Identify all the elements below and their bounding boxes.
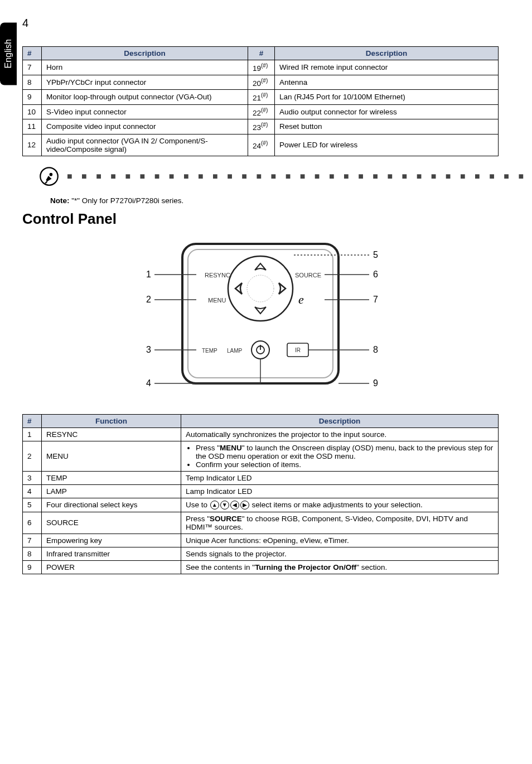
cell: 9 xyxy=(23,90,42,105)
cell: 19(#) xyxy=(248,60,275,75)
col-header-num: # xyxy=(23,414,42,427)
control-panel-diagram: RESYNC SOURCE MENU e TEMP LAMP IR 1 2 3 … xyxy=(22,236,499,403)
cell: 11 xyxy=(23,119,42,134)
cell: 9 xyxy=(23,560,42,574)
cell: 20(#) xyxy=(248,75,275,90)
table-row: 5 Four directional select keys Use to ▲▼… xyxy=(23,498,499,512)
svg-text:SOURCE: SOURCE xyxy=(295,272,321,278)
cell: Monitor loop-through output connector (V… xyxy=(42,90,248,105)
cell: 2 xyxy=(23,441,42,471)
svg-text:LAMP: LAMP xyxy=(227,348,243,354)
language-tab: English xyxy=(0,22,17,85)
table-row: 1 RESYNC Automatically synchronizes the … xyxy=(23,427,499,441)
connector-table: # Description # Description 7 Horn 19(#)… xyxy=(22,46,499,156)
cell: Four directional select keys xyxy=(42,498,181,512)
col-header-description: Description xyxy=(181,414,499,427)
cell: Antenna xyxy=(275,75,499,90)
cell: 3 xyxy=(23,471,42,484)
cell: 7 xyxy=(23,60,42,75)
cell: YPbPr/YCbCr input connector xyxy=(42,75,248,90)
col-header-num1: # xyxy=(23,47,42,60)
page-header: 4 xyxy=(22,17,499,30)
cell: 10 xyxy=(23,104,42,119)
cell: Temp Indicator LED xyxy=(181,471,499,484)
cell: Automatically synchronizes the projector… xyxy=(181,427,499,441)
cell: POWER xyxy=(42,560,181,574)
cell: Lamp Indicator LED xyxy=(181,484,499,498)
cell: Horn xyxy=(42,60,248,75)
table-row: 11 Composite video input connector 23(#)… xyxy=(23,119,499,134)
table-row: 10 S-Video input connector 22(#) Audio o… xyxy=(23,104,499,119)
cell: Press "SOURCE" to choose RGB, Component,… xyxy=(181,512,499,534)
cell: Composite video input connector xyxy=(42,119,248,134)
cell: 6 xyxy=(23,512,42,534)
arrow-left-icon: ◀ xyxy=(230,501,239,510)
cell: Audio input connector (VGA IN 2/ Compone… xyxy=(42,134,248,156)
note-text: Note: "*" Only for P7270i/P7280i series. xyxy=(50,196,499,205)
arrow-right-icon: ▶ xyxy=(240,501,249,510)
cell: Wired IR remote input connector xyxy=(275,60,499,75)
table-row: 12 Audio input connector (VGA IN 2/ Comp… xyxy=(23,134,499,156)
cell: TEMP xyxy=(42,471,181,484)
cell: 8 xyxy=(23,75,42,90)
cell: Power LED for wireless xyxy=(275,134,499,156)
cell: Audio output connector for wireless xyxy=(275,104,499,119)
cell: LAMP xyxy=(42,484,181,498)
cell: SOURCE xyxy=(42,512,181,534)
svg-text:1: 1 xyxy=(146,270,151,279)
svg-text:5: 5 xyxy=(373,250,378,260)
table-row: 8 YPbPr/YCbCr input connector 20(#) Ante… xyxy=(23,75,499,90)
svg-text:7: 7 xyxy=(373,295,378,304)
cell: Infrared transmitter xyxy=(42,547,181,560)
svg-text:IR: IR xyxy=(295,347,301,353)
table-row: 7 Horn 19(#) Wired IR remote input conne… xyxy=(23,60,499,75)
pin-icon xyxy=(39,166,59,186)
cell: Lan (RJ45 Port for 10/100M Ethernet) xyxy=(275,90,499,105)
arrow-up-icon: ▲ xyxy=(210,501,219,510)
svg-text:e: e xyxy=(298,292,304,306)
note-dots: ■ ■ ■ ■ ■ ■ ■ ■ ■ ■ ■ ■ ■ ■ ■ ■ ■ ■ ■ ■ … xyxy=(67,171,532,181)
cell: 23(#) xyxy=(248,119,275,134)
cell: 4 xyxy=(23,484,42,498)
function-table: # Function Description 1 RESYNC Automati… xyxy=(22,414,499,574)
arrow-down-icon: ▼ xyxy=(220,501,229,510)
page-number: 4 xyxy=(22,17,28,30)
cell: 8 xyxy=(23,547,42,560)
cell: RESYNC xyxy=(42,427,181,441)
svg-text:TEMP: TEMP xyxy=(202,348,217,354)
table-row: 3 TEMP Temp Indicator LED xyxy=(23,471,499,484)
svg-point-5 xyxy=(228,256,293,321)
cell: Unique Acer functions: eOpening, eView, … xyxy=(181,534,499,547)
cell: S-Video input connector xyxy=(42,104,248,119)
svg-text:3: 3 xyxy=(146,345,151,354)
table-row: 6 SOURCE Press "SOURCE" to choose RGB, C… xyxy=(23,512,499,534)
col-header-desc2: Description xyxy=(275,47,499,60)
svg-text:RESYNC: RESYNC xyxy=(205,272,230,278)
cell: Sends signals to the projector. xyxy=(181,547,499,560)
cell: 21(#) xyxy=(248,90,275,105)
col-header-desc1: Description xyxy=(42,47,248,60)
cell: See the contents in "Turning the Project… xyxy=(181,560,499,574)
svg-point-6 xyxy=(247,275,274,302)
cell: Reset button xyxy=(275,119,499,134)
svg-text:8: 8 xyxy=(373,345,378,354)
cell: Use to ▲▼◀▶ select items or make adjustm… xyxy=(181,498,499,512)
cell: 24(#) xyxy=(248,134,275,156)
svg-text:MENU: MENU xyxy=(208,297,226,304)
table-row: 2 MENU Press "MENU" to launch the Onscre… xyxy=(23,441,499,471)
cell: MENU xyxy=(42,441,181,471)
svg-text:2: 2 xyxy=(146,295,151,304)
cell: 5 xyxy=(23,498,42,512)
svg-text:6: 6 xyxy=(373,270,378,279)
cell: 1 xyxy=(23,427,42,441)
cell: Press "MENU" to launch the Onscreen disp… xyxy=(181,441,499,471)
table-row: 4 LAMP Lamp Indicator LED xyxy=(23,484,499,498)
cell: 22(#) xyxy=(248,104,275,119)
svg-point-2 xyxy=(50,172,53,176)
section-title-control-panel: Control Panel xyxy=(22,210,499,228)
cell: 7 xyxy=(23,534,42,547)
note-block: ■ ■ ■ ■ ■ ■ ■ ■ ■ ■ ■ ■ ■ ■ ■ ■ ■ ■ ■ ■ … xyxy=(39,166,499,186)
svg-text:4: 4 xyxy=(146,378,151,388)
table-row: 9 Monitor loop-through output connector … xyxy=(23,90,499,105)
table-row: 8 Infrared transmitter Sends signals to … xyxy=(23,547,499,560)
